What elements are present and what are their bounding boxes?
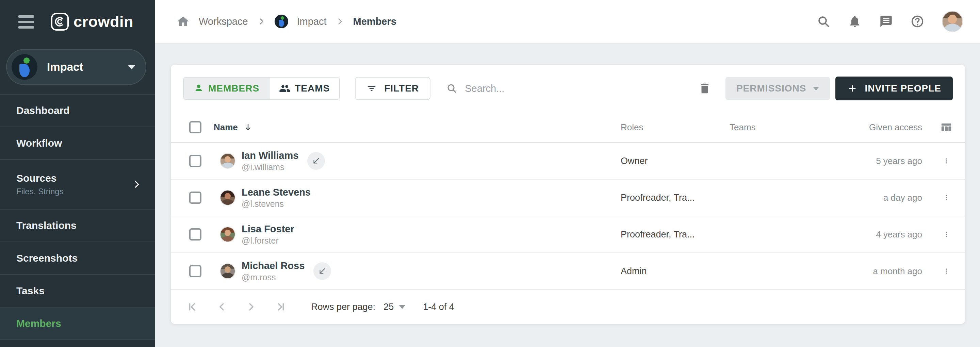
search-icon[interactable] [817,14,830,28]
members-teams-segmented-control: MEMBERS TEAMS [183,77,340,100]
breadcrumb-project[interactable]: Impact [297,16,327,27]
topbar-icons [817,11,963,32]
first-page-icon[interactable] [183,297,202,317]
previous-page-icon[interactable] [212,297,231,317]
invite-people-button[interactable]: INVITE PEOPLE [835,76,953,100]
arrow-down-left-icon [318,267,327,275]
row-menu-icon[interactable] [940,191,953,204]
member-avatar [220,226,235,242]
breadcrumb-page: Members [353,16,396,27]
member-name: Leane Stevens [242,187,311,198]
user-avatar[interactable] [942,11,963,32]
crowdin-logo[interactable]: crowdin [51,13,134,30]
row-checkbox[interactable] [189,191,202,204]
arrow-down-left-icon [312,156,321,166]
people-icon [279,83,291,94]
member-given-access: 5 years ago [838,156,922,166]
permissions-button[interactable]: PERMISSIONS [725,77,830,100]
member-roles: Admin [620,266,730,277]
sources-sublabel: Files, Strings [16,187,132,196]
sidebar-item-members[interactable]: Members [0,307,155,340]
project-selector[interactable]: Impact [6,49,146,85]
member-name: Michael Ross [242,260,305,272]
column-header-teams[interactable]: Teams [730,122,838,133]
sidebar-item-dashboard[interactable]: Dashboard [0,95,155,127]
sidebar-header: crowdin [0,0,155,43]
row-menu-icon[interactable] [940,155,953,167]
sort-descending-icon[interactable] [243,123,253,132]
table-row[interactable]: Michael Ross @m.ross Admin a month ago [171,253,965,290]
home-icon[interactable] [176,14,190,28]
row-menu-icon[interactable] [940,228,953,240]
pagination-nav [183,297,290,317]
breadcrumb: Workspace Impact Members [176,14,817,28]
menu-icon[interactable] [18,15,34,29]
select-all-checkbox[interactable] [189,121,202,133]
help-icon[interactable] [911,14,924,28]
member-name: Ian Williams [242,150,298,161]
table-header: Name Roles Teams Given access [171,112,965,143]
members-card: MEMBERS TEAMS FILTER P [171,65,965,324]
pagination: Rows per page: 25 1-4 of 4 [171,290,965,324]
member-given-access: a month ago [838,266,922,277]
page-content: MEMBERS TEAMS FILTER P [155,43,980,347]
sidebar-item-translations[interactable]: Translations [0,210,155,242]
next-page-icon[interactable] [242,297,261,317]
trash-icon[interactable] [698,82,711,95]
login-as-badge[interactable] [307,152,325,170]
member-avatar [220,263,235,279]
table-row[interactable]: Lisa Foster @l.forster Proofreader, Tra.… [171,216,965,253]
chevron-down-icon [813,87,819,91]
member-username: @m.ross [242,272,305,282]
tab-teams[interactable]: TEAMS [269,78,339,99]
pagination-range: 1-4 of 4 [423,302,454,312]
last-page-icon[interactable] [271,297,290,317]
member-roles: Proofreader, Tra... [620,229,730,240]
chevron-right-icon [336,17,344,26]
row-checkbox[interactable] [189,155,202,167]
column-header-name[interactable]: Name [214,122,238,133]
member-name: Lisa Foster [242,223,294,235]
project-avatar [11,54,37,80]
member-username: @i.williams [242,162,298,172]
plus-icon [847,83,858,94]
sidebar-nav: Dashboard Workflow Sources Files, String… [0,95,155,340]
messages-icon[interactable] [879,14,893,28]
column-header-roles[interactable]: Roles [620,122,730,133]
person-icon [193,83,204,94]
breadcrumb-workspace[interactable]: Workspace [199,16,248,27]
filter-button[interactable]: FILTER [355,77,430,100]
sidebar-item-tasks[interactable]: Tasks [0,275,155,307]
sidebar-item-sources[interactable]: Sources Files, Strings [0,160,155,210]
rows-per-page-select[interactable]: 25 [383,302,405,312]
chevron-right-icon [132,180,142,189]
crowdin-wordmark: crowdin [73,13,134,30]
member-avatar [220,153,235,169]
topbar: Workspace Impact Members [155,0,980,43]
main-area: Workspace Impact Members MEMBERS [155,0,980,347]
tab-members[interactable]: MEMBERS [184,78,269,99]
sidebar-item-workflow[interactable]: Workflow [0,127,155,160]
table-row[interactable]: Leane Stevens @l.stevens Proofreader, Tr… [171,180,965,216]
chevron-down-icon [399,305,405,309]
filter-icon [366,83,377,94]
crowdin-logo-icon [51,13,69,30]
login-as-badge[interactable] [313,262,331,280]
column-header-given-access[interactable]: Given access [838,122,922,133]
notifications-icon[interactable] [848,14,862,28]
row-menu-icon[interactable] [940,265,953,277]
member-given-access: 4 years ago [838,229,922,240]
row-checkbox[interactable] [189,228,202,240]
search-input[interactable] [465,83,692,94]
member-avatar [220,190,235,205]
member-given-access: a day ago [838,193,922,203]
member-roles: Owner [620,156,730,166]
search-field [446,82,692,95]
chevron-right-icon [257,17,266,26]
members-toolbar: MEMBERS TEAMS FILTER P [171,65,965,112]
member-username: @l.forster [242,236,294,246]
row-checkbox[interactable] [189,265,202,277]
sidebar-item-screenshots[interactable]: Screenshots [0,242,155,275]
table-row[interactable]: Ian Williams @i.williams Owner 5 years a… [171,143,965,180]
column-picker-icon[interactable] [940,121,953,134]
